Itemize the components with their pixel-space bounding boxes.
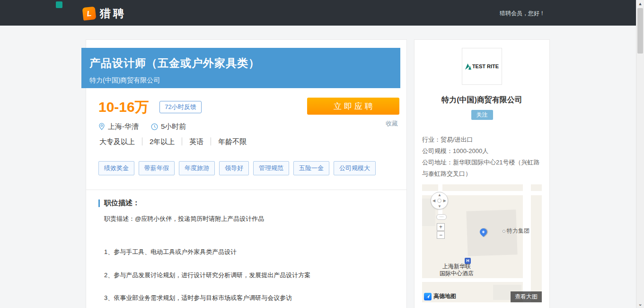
pan-down-icon[interactable]: ▼ <box>438 204 441 208</box>
map-zoom-in-button[interactable]: + <box>437 223 445 231</box>
description-line: 2、参与产品发展讨论规划，进行设计研究分析调研，发展提出产品设计方案 <box>104 272 399 279</box>
job-company-name: 特力(中国)商贸有限公司 <box>89 76 400 85</box>
liepin-logo-text: 猎聘 <box>100 6 126 21</box>
requirement-age: 年龄不限 <box>211 137 254 145</box>
company-address: 公司地址：新华联国际中心21号楼（兴虹路与泰虹路交叉口） <box>422 157 542 180</box>
browser-badge-icon <box>56 1 62 8</box>
map-provider-text: 高德地图 <box>433 292 456 300</box>
salary-range: 10-16万 <box>98 98 149 117</box>
map-provider-logo: 高德地图 <box>424 292 456 300</box>
pan-center-icon[interactable] <box>437 199 441 203</box>
requirement-experience: 2年以上 <box>142 137 182 145</box>
company-logo-text: TEST RITE <box>472 63 499 69</box>
location-pin-icon <box>98 123 105 130</box>
company-size: 公司规模：1000-2000人 <box>422 145 542 157</box>
scrollbar-down-icon[interactable]: ⌄ <box>636 301 644 307</box>
company-panel: TEST RITE 特力(中国)商贸有限公司 关注 行业：贸易/进出口 公司规模… <box>414 39 550 308</box>
liepin-logo[interactable]: L 猎聘 <box>83 6 126 21</box>
job-location: 上海-华漕 <box>98 122 139 131</box>
welfare-tag: 年度旅游 <box>179 161 215 175</box>
description-line: 3、依事业部业务需求规划，适时参与目标市场或客户调研与会议参访 <box>104 294 399 301</box>
pan-right-icon[interactable]: ▶ <box>443 199 446 203</box>
description-line: 1、参与手工具、电动工具或户外家具类产品设计 <box>104 248 399 255</box>
welfare-tag: 绩效奖金 <box>98 161 134 175</box>
testrite-logo-mark-icon <box>465 63 471 70</box>
map-road <box>422 278 523 282</box>
pan-left-icon[interactable]: ◀ <box>432 199 435 203</box>
section-divider <box>86 190 406 190</box>
company-logo: TEST RITE <box>462 48 502 85</box>
amap-icon <box>424 293 432 300</box>
job-requirements: 大专及以上2年以上英语年龄不限 <box>98 137 399 146</box>
company-name: 特力(中国)商贸有限公司 <box>415 95 549 105</box>
pan-up-icon[interactable]: ▲ <box>438 193 441 197</box>
welfare-tag: 带薪年假 <box>139 161 175 175</box>
top-header-bar: L 猎聘 猎聘会员，您好！ <box>0 0 644 26</box>
section-marker-bar <box>98 199 100 207</box>
map-pan-control[interactable]: ▲ ▼ ◀ ▶ <box>431 192 448 209</box>
clock-icon <box>151 123 158 130</box>
job-title: 产品设计师（五金或户外家具类） <box>89 56 400 71</box>
apply-now-button[interactable]: 立即应聘 <box>307 98 399 115</box>
map-more-control[interactable]: ··· <box>436 214 447 220</box>
welfare-tag: 公司规模大 <box>334 161 376 175</box>
view-large-map-button[interactable]: 查看大图 <box>511 291 542 302</box>
map-road <box>523 184 531 302</box>
page-scrollbar[interactable]: ▲ ⌄ <box>636 0 644 308</box>
scrollbar-up-icon[interactable]: ▲ <box>636 1 644 6</box>
job-description-heading: 职位描述： <box>104 199 140 208</box>
job-title-banner: 产品设计师（五金或户外家具类） 特力(中国)商贸有限公司 <box>81 48 400 88</box>
job-description-body: 职责描述：@应聘小伙伴，投递简历时请附上产品设计作品 1、参与手工具、电动工具或… <box>98 215 399 301</box>
company-info-list: 行业：贸易/进出口 公司规模：1000-2000人 公司地址：新华联国际中心21… <box>415 134 549 180</box>
map-poi-label: 特力集团 <box>503 227 529 235</box>
job-detail-card: 产品设计师（五金或户外家具类） 特力(中国)商贸有限公司 10-16万 72小时… <box>86 39 407 308</box>
scrollbar-thumb[interactable] <box>637 8 643 54</box>
feedback-time-badge: 72小时反馈 <box>159 101 201 113</box>
poi-dot-icon <box>503 230 505 233</box>
liepin-logo-icon: L <box>82 7 97 21</box>
follow-button[interactable]: 关注 <box>471 110 493 120</box>
company-location-map[interactable]: ▲ ▼ ◀ ▶ ··· + − 特力集团 H 上海新华联 国际中心酒店 高德地图… <box>422 184 542 302</box>
hotel-poi-label: 上海新华联 国际中心酒店 <box>435 263 478 277</box>
requirement-education: 大专及以上 <box>98 137 142 145</box>
description-line: 职责描述：@应聘小伙伴，投递简历时请附上产品设计作品 <box>104 215 399 222</box>
welfare-tag: 领导好 <box>219 161 249 175</box>
favorite-link[interactable]: 收藏 <box>386 119 398 128</box>
welfare-tags: 绩效奖金 带薪年假 年度旅游 领导好 管理规范 五险一金 公司规模大 <box>98 161 399 175</box>
company-industry: 行业：贸易/进出口 <box>422 134 542 145</box>
map-zoom-out-button[interactable]: − <box>437 231 445 239</box>
welfare-tag: 管理规范 <box>253 161 289 175</box>
welfare-tag: 五险一金 <box>293 161 329 175</box>
requirement-language: 英语 <box>182 137 211 145</box>
user-greeting: 猎聘会员，您好！ <box>500 9 545 18</box>
job-posted-time: 5小时前 <box>151 122 186 131</box>
